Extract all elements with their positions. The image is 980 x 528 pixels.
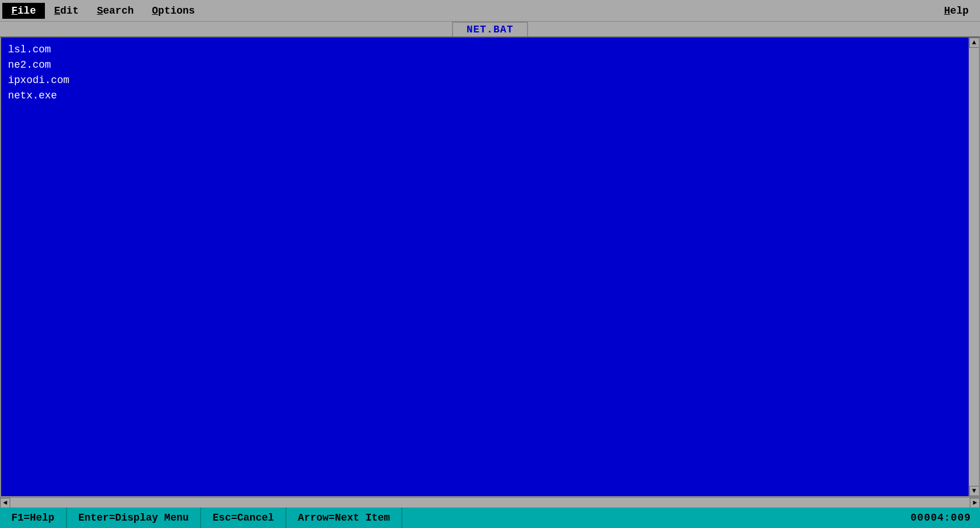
status-esc: Esc=Cancel xyxy=(201,512,285,523)
status-arrow: Arrow=Next Item xyxy=(286,512,401,523)
status-sep-4 xyxy=(401,508,402,528)
scroll-track-v xyxy=(969,48,979,486)
menu-help-label: H xyxy=(944,5,950,16)
editor-line-3: ipxodi.com xyxy=(8,73,962,88)
menu-options[interactable]: Options xyxy=(143,3,204,19)
scroll-track-h xyxy=(10,498,970,508)
editor-line-1: lsl.com xyxy=(8,42,962,57)
menu-file-label: F xyxy=(11,5,18,16)
status-f1: F1=Help xyxy=(0,512,66,523)
title-area: NET.BAT xyxy=(0,22,980,38)
scroll-left-button[interactable]: ◄ xyxy=(0,498,10,508)
editor-area[interactable]: lsl.com ne2.com ipxodi.com netx.exe xyxy=(1,38,969,496)
menu-edit-label: E xyxy=(54,5,60,16)
app-container: File Edit Search Options Help NET.BAT ls… xyxy=(0,0,980,528)
menu-help[interactable]: Help xyxy=(935,3,978,19)
scroll-up-button[interactable]: ▲ xyxy=(969,38,979,48)
editor-line-2: ne2.com xyxy=(8,57,962,73)
status-bar: F1=Help Enter=Display Menu Esc=Cancel Ar… xyxy=(0,508,980,528)
menu-edit[interactable]: Edit xyxy=(45,3,88,19)
hscrollbar-row: ◄ ► xyxy=(0,497,980,508)
menu-file[interactable]: File xyxy=(2,3,45,19)
menu-bar-left: File Edit Search Options xyxy=(2,3,204,19)
scroll-down-button[interactable]: ▼ xyxy=(969,486,979,496)
vertical-scrollbar: ▲ ▼ xyxy=(969,38,979,496)
title-tab: NET.BAT xyxy=(452,22,529,36)
menu-search[interactable]: Search xyxy=(88,3,143,19)
scroll-right-button[interactable]: ► xyxy=(970,498,980,508)
menu-options-label: O xyxy=(152,5,158,16)
status-coord: 00004:009 xyxy=(911,512,980,523)
menu-search-label: S xyxy=(97,5,103,16)
editor-wrapper: lsl.com ne2.com ipxodi.com netx.exe ▲ ▼ xyxy=(0,38,980,497)
editor-line-4: netx.exe xyxy=(8,88,962,104)
menu-bar: File Edit Search Options Help xyxy=(0,0,980,22)
status-enter: Enter=Display Menu xyxy=(67,512,200,523)
